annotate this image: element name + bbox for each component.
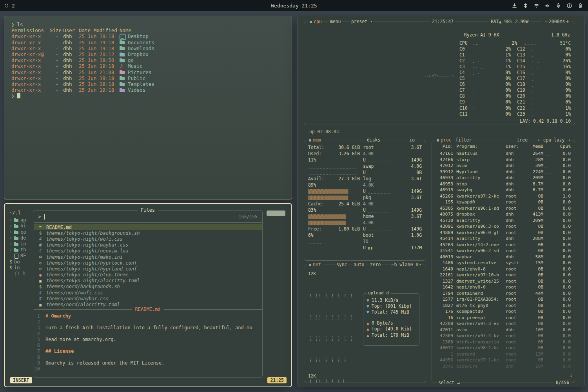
sync-toggle[interactable]: sync	[335, 262, 348, 268]
process-row[interactable]: 40075 dropbox dhh 413M 0.0	[435, 211, 572, 218]
process-row[interactable]: 44889 kworker/u96:0-gf root 0B 0.0	[435, 230, 572, 236]
io-toggle[interactable]: io	[408, 137, 416, 143]
process-row[interactable]: 42309 kworker/u97:4-kv root 0B 0.0	[435, 333, 572, 339]
tray-arrow-icon[interactable]	[512, 3, 517, 9]
memory-stat-line: Avail: 27.3 GiB	[308, 176, 360, 182]
process-row[interactable]: 22161 kworker/u97:10-b root 0B 0.0	[435, 272, 572, 278]
process-row[interactable]: 3046 pipewire dhh 10M 0.0	[435, 363, 572, 370]
bluetooth-icon[interactable]	[523, 3, 528, 9]
tree-item[interactable]: $ in	[9, 265, 36, 271]
picker-search-input[interactable]: > 155/155	[38, 212, 258, 221]
zero-toggle[interactable]: zero	[368, 262, 382, 268]
line-number: 2	[34, 319, 45, 325]
tree-item[interactable]: › de	[9, 235, 36, 241]
process-row[interactable]: 45263 kworker/14:2-eve root 0B 0.6	[435, 242, 572, 248]
wifi-icon[interactable]	[534, 3, 539, 9]
process-row[interactable]: 46913 swaybg dhh 8.7M 0.0	[435, 187, 572, 193]
tree-item[interactable]: › co	[9, 229, 36, 235]
process-row[interactable]: 1794 containerd root 44M 0.0	[435, 290, 572, 297]
process-row[interactable]: 1327 dmcrypt_write/25 root 0B 0.0	[435, 278, 572, 285]
auto-toggle[interactable]: auto	[352, 262, 366, 268]
tree-toggle-button[interactable]: tree	[515, 137, 529, 143]
process-row[interactable]: 1640 napi/phy0-8 root 0B 0.0	[435, 266, 572, 272]
picker-item[interactable]: # themes/nord/waybar.css	[34, 296, 262, 301]
process-row[interactable]: 45730 alacritty dhh 209M 0.0	[435, 218, 572, 224]
picker-item[interactable]: ◉ themes/tokyo-night/btop.theme	[34, 272, 262, 278]
process-row[interactable]: 46953 btop dhh 8.7M 0.0	[435, 181, 572, 187]
process-row[interactable]: 16 rcu_preempt root 0B 0.0	[435, 315, 572, 321]
picker-item[interactable]: # themes/tokyo-night/wofi.css	[34, 236, 262, 242]
interval-increase-button[interactable]: +	[565, 19, 570, 24]
tree-root-path[interactable]: ~/.l	[9, 210, 36, 216]
process-row[interactable]: 45305 kworker/u96:1-sd root 0B 0.0	[435, 205, 572, 212]
tree-item[interactable]: › th	[9, 247, 36, 253]
mem-panel-title[interactable]: mem	[307, 137, 323, 143]
battery-icon[interactable]	[577, 3, 583, 9]
tree-item[interactable]: › bi	[9, 223, 36, 229]
process-row[interactable]: 39912 Hyprland dhh 274M ⡀⡀⡀ 0.0	[435, 169, 572, 175]
workspace-number[interactable]: 2	[12, 3, 15, 9]
cpu-panel-title[interactable]: cpu	[308, 19, 323, 25]
net-panel-title[interactable]: net	[307, 262, 323, 268]
process-row[interactable]: 47161 nautilus dhh 264M ⡀⡀ 0.0	[435, 151, 572, 157]
disks-toggle[interactable]: disks	[365, 137, 382, 143]
process-row[interactable]: 1577 irq/81-PIXA3854: root 0B 0.0	[435, 296, 572, 303]
tree-item[interactable]: › ap	[9, 217, 36, 223]
process-row[interactable]: 47466 slurp dhh 28M 0.0	[435, 157, 572, 163]
picker-item[interactable]: ⚙ themes/tokyo-night/mako.ini	[34, 254, 262, 260]
process-row[interactable]: 40013 waybar dhh 58M 0.0	[435, 254, 572, 260]
process-row[interactable]: 1486 systemd-resolve syst+ 15M 0.0	[435, 260, 572, 266]
process-row[interactable]: 46072 kworker/u98:2-kc root 0B 0.0	[435, 345, 572, 351]
mic-icon[interactable]	[555, 3, 561, 9]
picker-item[interactable]: # themes/tokyo-night/waybar.css	[34, 242, 262, 248]
clock[interactable]: Wednesday 21:25	[271, 3, 317, 9]
picker-item[interactable]: ◇ themes/tokyo-night/hyprlock.conf	[34, 260, 262, 266]
volume-icon[interactable]	[544, 3, 550, 9]
proc-panel-title[interactable]: proc	[435, 137, 453, 143]
process-row[interactable]: 43091 kworker/u96:3-co root 0B 0.0	[435, 223, 572, 230]
active-prompt-line[interactable]: ❯	[11, 93, 286, 99]
process-row[interactable]: 47011 nvim dhh 10M 0.0	[435, 327, 572, 333]
process-row[interactable]: 45414 alacritty dhh 208M 0.0	[435, 236, 572, 242]
process-row[interactable]: 45266 kworker/u97:2-kc root 0B 1.0	[435, 193, 572, 200]
sort-column-selector[interactable]: ← cpu lazy →	[536, 137, 572, 143]
process-row[interactable]: 1642 napi/phy0-0 root 0B 0.0	[435, 284, 572, 290]
picker-item[interactable]: ☾ themes/tokyo-night/neovim.lua	[34, 248, 262, 254]
select-hint[interactable]: select ↵	[437, 380, 461, 386]
menu-button[interactable]: menu	[328, 19, 342, 25]
process-row[interactable]: 1827 mt76-tx phy0 root 0B 0.0	[435, 303, 572, 309]
pid-column-header[interactable]: Pid:	[435, 144, 453, 149]
picker-item[interactable]: $ themes/tokyo-night/backgrounds.sh	[34, 230, 262, 236]
scroll-down-indicator[interactable]: ↓	[570, 372, 572, 378]
tree-item[interactable]: (1 h	[9, 271, 36, 277]
preset-button[interactable]: preset ⋆	[350, 19, 374, 25]
tree-item[interactable]: $ bo	[9, 259, 36, 265]
filter-button[interactable]: filter	[454, 137, 473, 143]
process-row[interactable]: 44956 kworker/u97:1-kc root 0B 0.0	[435, 357, 572, 363]
process-row[interactable]: 195 kswapd0 root 0B 0.0	[435, 199, 572, 205]
tree-item[interactable]: › in	[9, 241, 36, 247]
process-row[interactable]: 42208 kworker/u97:3-ev root 0B 0.0	[435, 321, 572, 327]
program-column-header[interactable]: Program:	[453, 144, 503, 149]
interval-decrease-button[interactable]: −	[544, 19, 549, 24]
cpu-column-header[interactable]: Cpu%	[556, 144, 572, 149]
process-row[interactable]: 1 systemd root 13M 0.0	[435, 351, 572, 358]
process-row[interactable]: 47012 nvim dhh 39M ⡀ 0.0	[435, 163, 572, 169]
preview-line: 9 Omarchy is released under the MIT Lice…	[34, 360, 262, 366]
picker-item[interactable]: ◇ themes/tokyo-night/hyprland.conf	[34, 266, 262, 272]
picker-item[interactable]: ▣ themes/tokyo-night/alacritty.toml	[34, 278, 262, 284]
process-row[interactable]: 31541 kworker/u96:2-sd root 0B 0.0	[435, 248, 572, 254]
info-icon[interactable]	[566, 3, 572, 9]
picker-item[interactable]: $ themes/nord/backgrounds.sh	[34, 284, 262, 290]
mem-column-header[interactable]: MemB	[523, 144, 543, 149]
process-row[interactable]: 46933 alacritty dhh 209M 0.0	[435, 175, 572, 181]
picker-scrollbar-thumb[interactable]	[267, 211, 285, 216]
workspace-indicator-icon[interactable]	[5, 4, 8, 7]
user-column-header[interactable]: User:	[503, 144, 523, 149]
tree-item[interactable]: RE	[9, 253, 36, 259]
interface-selector[interactable]: ←b wlan0 n→	[390, 262, 423, 268]
process-row[interactable]: 176 kcompactd0 root 0B 0.0	[435, 309, 572, 315]
picker-item[interactable]: # themes/nord/wofi.css	[34, 290, 262, 296]
picker-item[interactable]: ≡ README.md	[34, 224, 262, 230]
process-row[interactable]: 1380 btrfs-transactio root 0B 0.0	[435, 339, 572, 345]
